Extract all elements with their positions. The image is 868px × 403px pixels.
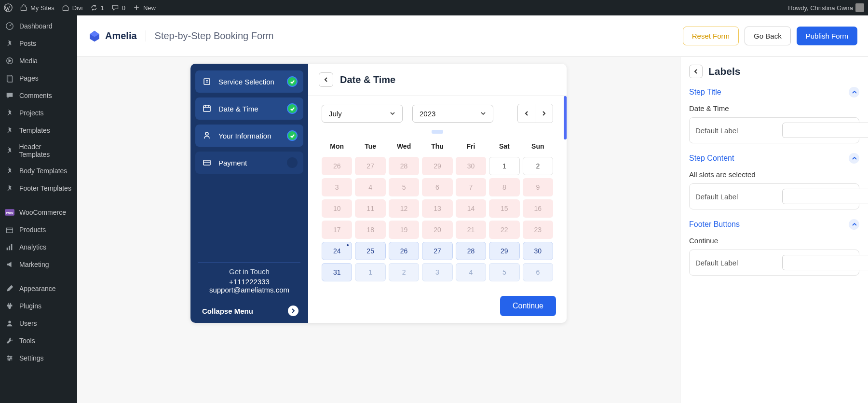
- wp-menu-projects[interactable]: Projects: [0, 104, 77, 122]
- pin-icon: [5, 166, 14, 176]
- calendar-day[interactable]: 25: [355, 242, 385, 260]
- calendar-day[interactable]: 1: [355, 263, 385, 281]
- year-select[interactable]: 2023: [412, 105, 493, 123]
- calendar-grid: MonTueWedThuFriSatSun2627282930123456789…: [322, 139, 553, 281]
- howdy-link[interactable]: Howdy, Christina Gwira: [788, 3, 864, 12]
- user-avatar: [855, 3, 864, 12]
- continue-button[interactable]: Continue: [500, 296, 556, 316]
- chevron-up-icon: [849, 87, 859, 97]
- wp-menu-posts[interactable]: Posts: [0, 35, 77, 52]
- wp-menu-marketing[interactable]: Marketing: [0, 256, 77, 273]
- calendar-day[interactable]: 31: [322, 263, 352, 281]
- svg-rect-18: [203, 160, 210, 165]
- calendar-day: 19: [389, 221, 419, 239]
- wp-menu-woocommerce[interactable]: wooWooCommerce: [0, 204, 77, 221]
- footer-buttons-label: Continue: [689, 236, 859, 245]
- wp-menu-header-templates[interactable]: Header Templates: [0, 139, 77, 162]
- step-content-input[interactable]: [782, 189, 868, 204]
- calendar-day[interactable]: 4: [456, 263, 486, 281]
- calendar-day[interactable]: 26: [389, 242, 419, 260]
- reset-form-button[interactable]: Reset Form: [683, 27, 739, 45]
- marketing-icon: [5, 260, 14, 269]
- dow-header: Wed: [389, 139, 419, 154]
- labels-back-button[interactable]: [689, 65, 703, 78]
- calendar-day[interactable]: 3: [422, 263, 452, 281]
- publish-form-button[interactable]: Publish Form: [797, 27, 857, 45]
- plugin-icon: [5, 301, 14, 311]
- next-month-button[interactable]: [535, 104, 553, 123]
- calendar-day[interactable]: 2: [389, 263, 419, 281]
- wp-menu-appearance[interactable]: Appearance: [0, 280, 77, 297]
- settings-icon: [5, 353, 14, 363]
- new-link[interactable]: New: [132, 3, 156, 12]
- calendar-day: 5: [389, 178, 419, 196]
- step-title-default-row: Default Label: [689, 117, 859, 143]
- calendar-nav: [517, 104, 553, 123]
- calendar-day[interactable]: 27: [422, 242, 452, 260]
- calendar-day: 11: [355, 199, 385, 218]
- calendar-day[interactable]: 5: [489, 263, 519, 281]
- chevron-up-icon: [849, 153, 859, 164]
- collapse-menu-button[interactable]: Collapse Menu: [195, 299, 303, 323]
- step-content-default-row: Default Label: [689, 183, 859, 209]
- booking-step-service-selection[interactable]: Service Selection: [195, 70, 303, 93]
- step-icon: [202, 157, 213, 168]
- calendar-day: 16: [523, 199, 553, 218]
- site-name-link[interactable]: Divi: [61, 3, 83, 12]
- footer-buttons-input[interactable]: [782, 255, 868, 270]
- calendar-day[interactable]: 24: [322, 242, 352, 260]
- calendar-day[interactable]: 29: [489, 242, 519, 260]
- booking-form-panel: Date & Time July 2023: [308, 64, 567, 323]
- wp-menu-products[interactable]: Products: [0, 221, 77, 238]
- wp-menu-settings[interactable]: Settings: [0, 349, 77, 367]
- prev-month-button[interactable]: [518, 104, 535, 123]
- wp-menu-footer-templates[interactable]: Footer Templates: [0, 180, 77, 197]
- booking-step-date-time[interactable]: Date & Time: [195, 97, 303, 120]
- calendar-day[interactable]: 28: [456, 242, 486, 260]
- wp-menu-body-templates[interactable]: Body Templates: [0, 162, 77, 180]
- calendar-day: 29: [422, 157, 452, 175]
- pin-icon: [5, 146, 14, 155]
- calendar-day: 12: [389, 199, 419, 218]
- step-icon: [202, 103, 213, 114]
- go-back-button[interactable]: Go Back: [745, 27, 791, 45]
- calendar-day[interactable]: 1: [489, 157, 519, 175]
- svg-point-14: [9, 359, 10, 361]
- booking-step-payment[interactable]: Payment: [195, 152, 303, 174]
- wp-menu-pages[interactable]: Pages: [0, 69, 77, 87]
- calendar-day[interactable]: 6: [523, 263, 553, 281]
- wp-menu-media[interactable]: Media: [0, 52, 77, 69]
- comments-link[interactable]: 0: [111, 3, 125, 12]
- wp-menu-templates[interactable]: Templates: [0, 122, 77, 139]
- calendar-day: 28: [389, 157, 419, 175]
- month-select[interactable]: July: [322, 105, 403, 123]
- booking-step-your-information[interactable]: Your Information: [195, 125, 303, 147]
- calendar-day[interactable]: 2: [523, 157, 553, 175]
- my-sites-link[interactable]: My Sites: [19, 3, 54, 12]
- svg-point-11: [8, 321, 11, 323]
- step-title-input[interactable]: [782, 123, 868, 138]
- labels-panel: Labels Step Title Date & Time Default La…: [680, 57, 868, 403]
- wp-menu-plugins[interactable]: Plugins: [0, 297, 77, 315]
- wp-logo[interactable]: [4, 3, 13, 12]
- step-title-section-header[interactable]: Step Title: [689, 87, 859, 97]
- booking-preview: Service SelectionDate & TimeYour Informa…: [190, 64, 567, 323]
- form-back-button[interactable]: [319, 72, 333, 87]
- woo-icon: woo: [5, 208, 14, 217]
- calendar-day: 7: [456, 178, 486, 196]
- wp-menu-tools[interactable]: Tools: [0, 332, 77, 349]
- wp-menu-dashboard[interactable]: Dashboard: [0, 17, 77, 35]
- calendar-day[interactable]: 30: [523, 242, 553, 260]
- calendar-day: 20: [422, 221, 452, 239]
- footer-buttons-section-header[interactable]: Footer Buttons: [689, 219, 859, 230]
- calendar-day: 9: [523, 178, 553, 196]
- step-content-label: All slots are selected: [689, 170, 859, 179]
- step-content-section-header[interactable]: Step Content: [689, 153, 859, 164]
- wp-menu-comments[interactable]: Comments: [0, 87, 77, 104]
- svg-rect-16: [203, 106, 210, 111]
- amelia-topbar: Amelia Step-by-Step Booking Form Reset F…: [77, 15, 868, 57]
- pin-icon: [5, 183, 14, 193]
- wp-menu-analytics[interactable]: Analytics: [0, 238, 77, 256]
- wp-menu-users[interactable]: Users: [0, 315, 77, 332]
- updates-link[interactable]: 1: [90, 3, 104, 12]
